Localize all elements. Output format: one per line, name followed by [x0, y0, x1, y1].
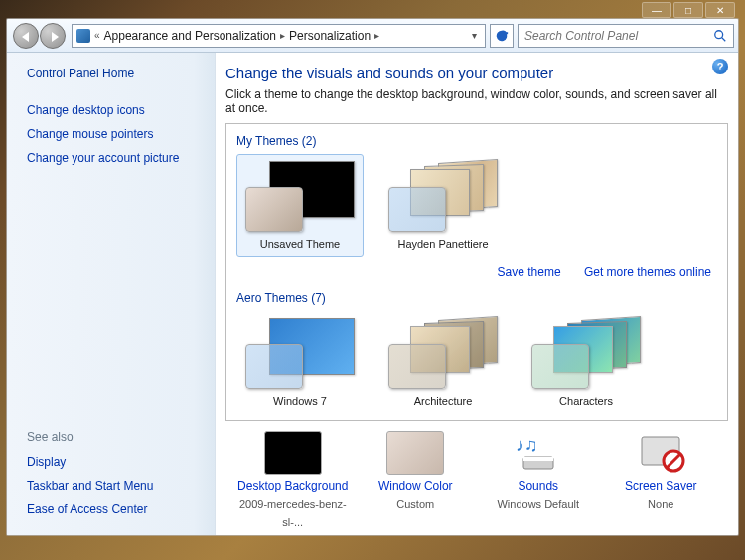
breadcrumb-current[interactable]: Personalization	[289, 29, 371, 43]
get-more-themes-link[interactable]: Get more themes online	[584, 265, 711, 279]
address-dropdown-icon[interactable]: ▾	[468, 30, 481, 41]
page-subtext: Click a theme to change the desktop back…	[225, 87, 728, 115]
bottom-setting-item[interactable]: ♪♫SoundsWindows Default	[480, 431, 597, 530]
theme-item[interactable]: Hayden Panettiere	[379, 154, 507, 257]
search-input[interactable]	[524, 29, 713, 43]
bottom-setting-value: None	[648, 498, 673, 510]
theme-label: Windows 7	[241, 395, 359, 407]
breadcrumb-parent[interactable]: Appearance and Personalization	[104, 29, 276, 43]
bottom-setting-item[interactable]: Screen SaverNone	[602, 431, 719, 530]
aero-themes-label: Aero Themes (7)	[236, 291, 717, 305]
theme-label: Hayden Panettiere	[384, 238, 502, 250]
control-panel-home-link[interactable]: Control Panel Home	[27, 67, 205, 80]
svg-text:♪♫: ♪♫	[516, 435, 538, 455]
breadcrumb-prefix: «	[94, 30, 100, 41]
bottom-setting-label[interactable]: Sounds	[480, 479, 597, 492]
bottom-setting-label[interactable]: Desktop Background	[234, 479, 352, 492]
chevron-right-icon: ▸	[280, 30, 285, 41]
nav-forward-button[interactable]	[40, 23, 66, 49]
theme-label: Architecture	[384, 395, 502, 407]
bottom-setting-label[interactable]: Window Color	[357, 479, 474, 492]
sidebar-link-account-picture[interactable]: Change your account picture	[27, 151, 205, 165]
sidebar-link-desktop-icons[interactable]: Change desktop icons	[27, 103, 205, 117]
desktop-bg-icon	[264, 431, 322, 475]
minimize-button[interactable]: —	[642, 2, 671, 18]
bottom-setting-value: 2009-mercedes-benz-sl-...	[239, 498, 347, 528]
see-also-label: See also	[27, 430, 205, 444]
breadcrumb-root-icon	[76, 29, 90, 43]
save-theme-link[interactable]: Save theme	[498, 265, 561, 279]
refresh-button[interactable]	[490, 24, 514, 48]
toolbar: « Appearance and Personalization ▸ Perso…	[7, 19, 738, 53]
address-bar[interactable]: « Appearance and Personalization ▸ Perso…	[72, 24, 486, 48]
bottom-setting-value: Windows Default	[497, 498, 579, 510]
themes-list[interactable]: My Themes (2) Unsaved ThemeHayden Panett…	[225, 123, 728, 421]
sidebar: Control Panel Home Change desktop icons …	[7, 53, 216, 535]
sounds-icon: ♪♫	[510, 431, 567, 475]
svg-point-0	[715, 30, 723, 38]
sidebar-link-taskbar[interactable]: Taskbar and Start Menu	[27, 479, 205, 492]
screensaver-icon	[632, 431, 689, 475]
sidebar-link-display[interactable]: Display	[27, 455, 205, 469]
bottom-setting-item[interactable]: Window ColorCustom	[357, 431, 474, 530]
sidebar-link-ease-of-access[interactable]: Ease of Access Center	[27, 502, 205, 516]
maximize-button[interactable]: □	[673, 2, 703, 18]
close-button[interactable]: ✕	[705, 2, 735, 18]
my-themes-label: My Themes (2)	[236, 134, 717, 148]
theme-label: Characters	[527, 395, 645, 407]
bottom-setting-item[interactable]: Desktop Background2009-mercedes-benz-sl-…	[234, 431, 352, 530]
theme-label: Unsaved Theme	[241, 238, 359, 250]
search-box[interactable]	[518, 24, 734, 48]
bottom-setting-value: Custom	[396, 498, 434, 510]
window-color-icon	[386, 431, 444, 475]
page-title: Change the visuals and sounds on your co…	[225, 65, 728, 81]
nav-back-button[interactable]	[13, 23, 39, 49]
svg-rect-4	[523, 457, 553, 461]
search-icon	[713, 29, 727, 43]
theme-item[interactable]: Windows 7	[236, 311, 364, 414]
svg-line-1	[722, 37, 726, 41]
theme-item[interactable]: Architecture	[379, 311, 507, 414]
main-panel: ? Change the visuals and sounds on your …	[216, 53, 738, 535]
bottom-setting-label[interactable]: Screen Saver	[602, 479, 719, 492]
sidebar-link-mouse-pointers[interactable]: Change mouse pointers	[27, 127, 205, 141]
theme-item[interactable]: Characters	[522, 311, 650, 414]
chevron-right-icon: ▸	[374, 30, 379, 41]
help-icon[interactable]: ?	[712, 59, 728, 74]
theme-item[interactable]: Unsaved Theme	[236, 154, 364, 257]
